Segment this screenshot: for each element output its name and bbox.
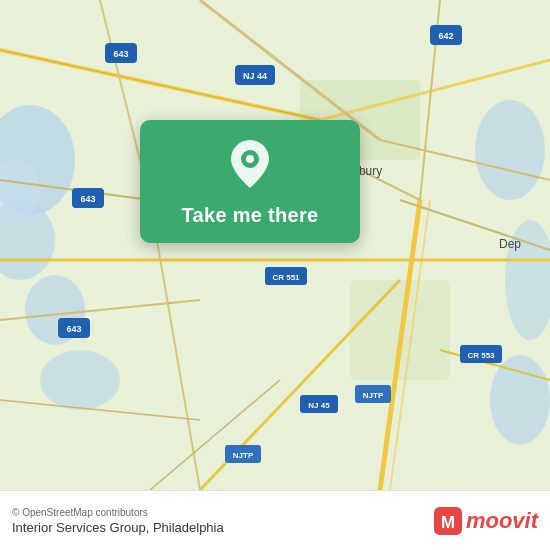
moovit-logo: M moovit bbox=[434, 507, 538, 535]
map-container: 643 643 643 NJ 44 642 CR 551 NJ 45 NJTP … bbox=[0, 0, 550, 490]
map-background: 643 643 643 NJ 44 642 CR 551 NJ 45 NJTP … bbox=[0, 0, 550, 490]
svg-text:642: 642 bbox=[438, 31, 453, 41]
take-me-there-button[interactable]: Take me there bbox=[182, 204, 319, 227]
svg-text:CR 553: CR 553 bbox=[467, 351, 495, 360]
location-card: Take me there bbox=[140, 120, 360, 243]
moovit-icon: M bbox=[434, 507, 462, 535]
svg-text:643: 643 bbox=[80, 194, 95, 204]
svg-point-53 bbox=[246, 155, 254, 163]
moovit-brand-text: moovit bbox=[466, 508, 538, 534]
osm-attribution: © OpenStreetMap contributors bbox=[12, 507, 224, 518]
svg-text:NJTP: NJTP bbox=[363, 391, 384, 400]
svg-point-6 bbox=[475, 100, 545, 200]
svg-text:NJ 44: NJ 44 bbox=[243, 71, 267, 81]
svg-text:Dep: Dep bbox=[499, 237, 521, 251]
svg-text:CR 551: CR 551 bbox=[272, 273, 300, 282]
svg-point-4 bbox=[40, 350, 120, 410]
svg-text:NJ 45: NJ 45 bbox=[308, 401, 330, 410]
svg-text:643: 643 bbox=[66, 324, 81, 334]
app-location-info: Interior Services Group, Philadelphia bbox=[12, 520, 224, 535]
svg-text:643: 643 bbox=[113, 49, 128, 59]
bottom-bar: © OpenStreetMap contributors Interior Se… bbox=[0, 490, 550, 550]
svg-text:M: M bbox=[441, 512, 455, 531]
svg-point-8 bbox=[490, 355, 550, 445]
location-pin-icon bbox=[224, 138, 276, 190]
svg-text:NJTP: NJTP bbox=[233, 451, 254, 460]
